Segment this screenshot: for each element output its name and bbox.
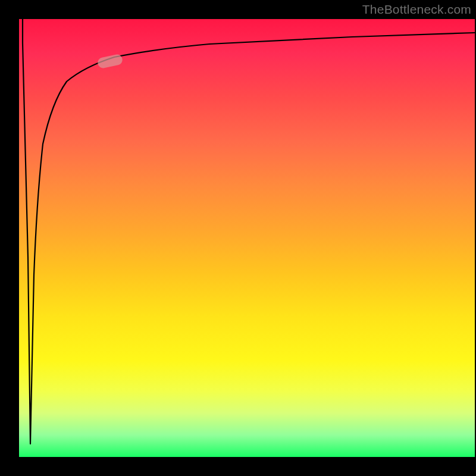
- bottleneck-curve-path: [23, 19, 475, 444]
- plot-area: [19, 19, 475, 457]
- watermark-text: TheBottleneck.com: [362, 2, 471, 17]
- chart-container: TheBottleneck.com: [0, 0, 476, 476]
- curve-svg: [19, 19, 475, 457]
